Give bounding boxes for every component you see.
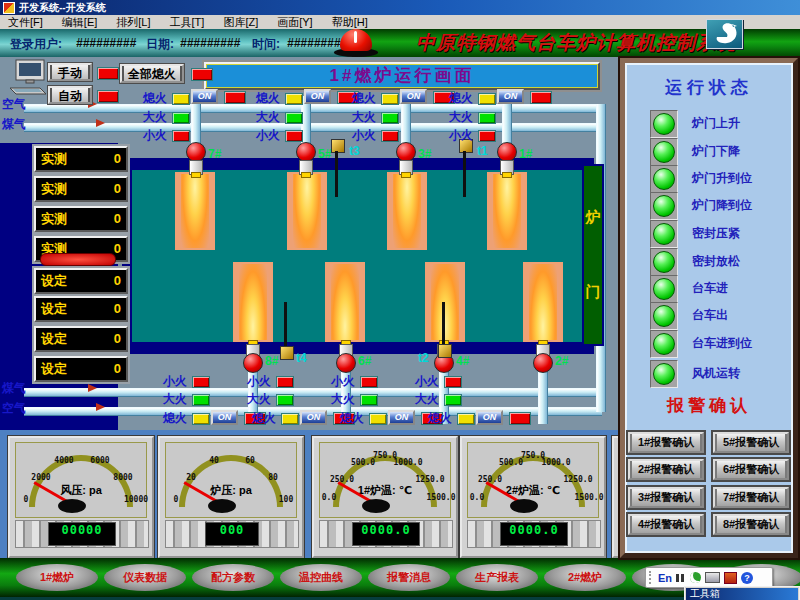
ime-punctuation-icon[interactable] [676,574,686,582]
menu-screen[interactable]: 画面[Y] [277,15,312,29]
on-button-2[interactable]: ON [476,410,503,425]
burner-5-icon [296,142,316,162]
alarm-ack-7[interactable]: 7#报警确认 [713,487,789,508]
flameout-label: 熄火 [449,92,473,104]
login-user-value: ######### [76,36,136,50]
flow-arrow-icon [96,119,105,127]
set-value-4: 0 [114,358,121,380]
status-panel-title: 运行状态 [620,76,798,99]
menu-library[interactable]: 图库[Z] [223,15,258,29]
menu-edit[interactable]: 编辑[E] [62,15,97,29]
alarm-ack-3[interactable]: 3#报警确认 [628,487,704,508]
ime-grip[interactable] [649,571,654,584]
menu-help[interactable]: 帮助[H] [332,15,368,29]
alarm-ack-1[interactable]: 1#报警确认 [628,432,704,453]
on-button-7[interactable]: ON [191,89,218,104]
ime-fullhalf-moon-icon[interactable] [690,572,701,583]
ime-toolbar[interactable]: En ? [645,567,773,588]
nav-instrument-data[interactable]: 仪表数据 [104,564,186,591]
ime-options-icon[interactable] [724,572,737,584]
smallfire-label: 小火 [449,129,473,141]
flame [325,262,365,342]
gauge-lcd-value: 000 [205,522,259,546]
smallfire-indicator [381,130,399,142]
screen-title: 1#燃炉运行画面 [204,62,600,90]
nav-alarm-messages[interactable]: 报警消息 [368,564,450,591]
lamp-door-lowered [650,192,678,220]
on-button-5[interactable]: ON [304,89,331,104]
menu-tools[interactable]: 工具[T] [170,15,205,29]
measured-value-3: 0 [114,208,121,230]
toolbox-titlebar[interactable]: 工具箱 [686,588,798,600]
nav-recipe-params[interactable]: 配方参数 [192,564,274,591]
bigfire-label: 大火 [415,393,439,405]
time-label: 时间: [252,36,280,53]
menu-file[interactable]: 文件[F] [8,15,43,29]
alarm-ack-5[interactable]: 5#报警确认 [713,432,789,453]
burner-label-8: 8# [265,355,278,367]
all-flameout-indicator [191,68,213,81]
menu-arrange[interactable]: 排列[L] [116,15,150,29]
flameout-label: 熄火 [256,92,280,104]
smallfire-indicator [192,376,210,388]
smallfire-indicator [444,376,462,388]
smallfire-label: 小火 [247,375,271,387]
flameout-indicator [172,93,190,105]
window-titlebar: 开发系统--开发系统 [0,0,800,15]
set-value-3: 0 [114,328,121,350]
flameout-label: 熄火 [352,92,376,104]
swan-logo-icon [706,19,743,49]
nav-furnace-2[interactable]: 2#燃炉 [544,564,626,591]
burner-label-3: 3# [418,148,431,160]
ime-help-icon[interactable]: ? [741,572,753,584]
on-button-8[interactable]: ON [211,410,238,425]
auto-indicator [97,90,119,103]
alarm-ack-2[interactable]: 2#报警确认 [628,459,704,480]
ime-language-button[interactable]: En [658,572,672,584]
alarm-ack-8[interactable]: 8#报警确认 [713,514,789,535]
toolbox-window[interactable]: 工具箱 [684,586,800,600]
ime-keyboard-icon[interactable] [705,572,720,583]
furnace-door: 炉 门 [582,164,604,346]
date-label: 日期: [146,36,174,53]
all-flameout-button[interactable]: 全部熄火 [120,64,184,83]
flameout-label: 熄火 [340,412,364,424]
bigfire-label: 大火 [143,111,167,123]
smallfire-indicator [172,130,190,142]
lamp-bogie-out [650,302,678,330]
bigfire-indicator [276,394,294,406]
on-button-1[interactable]: ON [497,89,524,104]
flame [387,172,427,250]
burner-label-2: 2# [555,355,568,367]
login-user-label: 登录用户: [10,36,62,53]
flameout-label: 熄火 [163,412,187,424]
flameout-label: 熄火 [252,412,276,424]
smallfire-indicator [285,130,303,142]
on-button-3[interactable]: ON [400,89,427,104]
smallfire-label: 小火 [163,375,187,387]
gas-label-top: 煤气 [2,118,26,130]
flameout-indicator [381,93,399,105]
scada-application: 开发系统--开发系统 文件[F] 编辑[E] 排列[L] 工具[T] 图库[Z]… [0,0,800,600]
burner-label-4: 4# [456,355,469,367]
alarm-ack-6[interactable]: 6#报警确认 [713,459,789,480]
burner-7-icon [186,142,206,162]
set-display-2[interactable]: 设定0 [34,296,128,322]
computer-icon[interactable] [6,58,52,100]
flameout-indicator [192,413,210,425]
set-display-1[interactable]: 设定0 [34,268,128,294]
measured-display-1: 实测0 [34,146,128,172]
on-button-4[interactable]: ON [388,410,415,425]
manual-button[interactable]: 手动 [48,63,92,81]
alarm-ack-4[interactable]: 4#报警确认 [628,514,704,535]
nav-production-report[interactable]: 生产报表 [456,564,538,591]
smallfire-indicator [276,376,294,388]
nav-furnace-1[interactable]: 1#燃炉 [16,564,98,591]
flameout-indicator [281,413,299,425]
flame [523,262,563,342]
auto-button[interactable]: 自动 [48,86,92,104]
on-button-6[interactable]: ON [300,410,327,425]
set-display-3[interactable]: 设定0 [34,326,128,352]
set-display-4[interactable]: 设定0 [34,356,128,382]
nav-temp-curve[interactable]: 温控曲线 [280,564,362,591]
